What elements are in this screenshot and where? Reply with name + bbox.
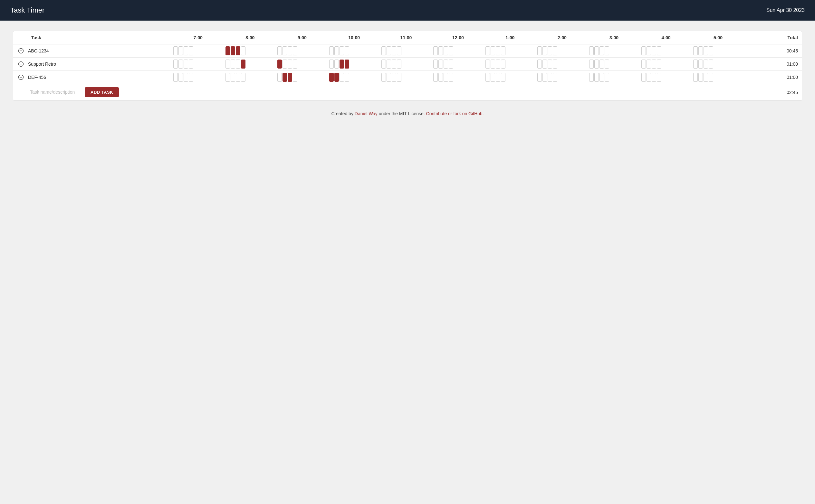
time-cell[interactable] [640, 44, 692, 58]
time-block[interactable] [173, 46, 178, 55]
time-block[interactable] [449, 46, 453, 55]
time-block[interactable] [293, 46, 297, 55]
time-block[interactable] [652, 73, 656, 82]
time-block[interactable] [548, 73, 552, 82]
time-block[interactable] [642, 46, 646, 55]
time-block[interactable] [231, 73, 235, 82]
time-block[interactable] [387, 73, 391, 82]
time-block[interactable] [709, 73, 713, 82]
time-cell[interactable] [484, 44, 536, 58]
time-block[interactable] [283, 73, 287, 82]
delete-task-button[interactable] [17, 73, 25, 81]
time-block[interactable] [501, 60, 505, 69]
author-link[interactable]: Daniel Way [355, 111, 378, 116]
time-block[interactable] [698, 60, 703, 69]
time-cell[interactable] [692, 44, 744, 58]
time-block[interactable] [189, 60, 193, 69]
time-block[interactable] [542, 60, 547, 69]
time-block[interactable] [542, 46, 547, 55]
time-cell[interactable] [328, 58, 380, 71]
time-block[interactable] [709, 60, 713, 69]
time-block[interactable] [485, 60, 490, 69]
time-block[interactable] [226, 46, 230, 55]
time-cell[interactable] [224, 58, 276, 71]
time-block[interactable] [553, 60, 557, 69]
time-block[interactable] [548, 60, 552, 69]
time-block[interactable] [397, 73, 401, 82]
time-block[interactable] [589, 46, 594, 55]
time-block[interactable] [381, 73, 386, 82]
time-block[interactable] [231, 60, 235, 69]
time-block[interactable] [329, 46, 334, 55]
time-block[interactable] [236, 60, 240, 69]
time-cell[interactable] [536, 58, 588, 71]
time-block[interactable] [183, 73, 188, 82]
time-block[interactable] [594, 73, 599, 82]
time-block[interactable] [345, 73, 349, 82]
time-cell[interactable] [276, 58, 328, 71]
time-block[interactable] [433, 60, 438, 69]
time-block[interactable] [345, 46, 349, 55]
time-cell[interactable] [432, 58, 484, 71]
time-block[interactable] [397, 60, 401, 69]
github-link[interactable]: Contribute or fork on GitHub. [426, 111, 484, 116]
time-block[interactable] [542, 73, 547, 82]
time-cell[interactable] [432, 71, 484, 84]
time-block[interactable] [444, 46, 448, 55]
time-block[interactable] [693, 46, 698, 55]
time-block[interactable] [288, 60, 292, 69]
time-block[interactable] [704, 73, 708, 82]
time-block[interactable] [589, 73, 594, 82]
time-block[interactable] [226, 73, 230, 82]
time-block[interactable] [189, 73, 193, 82]
time-block[interactable] [178, 60, 183, 69]
time-block[interactable] [657, 46, 661, 55]
time-cell[interactable] [692, 71, 744, 84]
time-block[interactable] [277, 46, 282, 55]
time-block[interactable] [693, 73, 698, 82]
time-block[interactable] [491, 46, 495, 55]
time-block[interactable] [444, 73, 448, 82]
time-cell[interactable] [172, 71, 224, 84]
time-cell[interactable] [692, 58, 744, 71]
time-block[interactable] [599, 60, 604, 69]
time-block[interactable] [449, 73, 453, 82]
time-block[interactable] [334, 73, 339, 82]
time-cell[interactable] [380, 71, 432, 84]
time-block[interactable] [392, 60, 396, 69]
time-block[interactable] [178, 73, 183, 82]
time-block[interactable] [709, 46, 713, 55]
time-block[interactable] [704, 46, 708, 55]
time-block[interactable] [231, 46, 235, 55]
time-block[interactable] [501, 46, 505, 55]
time-block[interactable] [485, 73, 490, 82]
time-cell[interactable] [432, 44, 484, 58]
time-block[interactable] [381, 46, 386, 55]
delete-task-button[interactable] [17, 60, 25, 68]
add-task-button[interactable]: ADD TASK [85, 87, 119, 97]
time-block[interactable] [293, 73, 297, 82]
time-block[interactable] [236, 46, 240, 55]
time-cell[interactable] [380, 58, 432, 71]
time-block[interactable] [553, 73, 557, 82]
time-block[interactable] [183, 60, 188, 69]
time-cell[interactable] [588, 71, 640, 84]
time-block[interactable] [496, 46, 500, 55]
time-block[interactable] [226, 60, 230, 69]
time-cell[interactable] [588, 44, 640, 58]
time-cell[interactable] [588, 58, 640, 71]
time-block[interactable] [496, 60, 500, 69]
time-block[interactable] [438, 60, 443, 69]
time-block[interactable] [491, 60, 495, 69]
time-block[interactable] [329, 73, 334, 82]
time-cell[interactable] [276, 71, 328, 84]
time-block[interactable] [173, 73, 178, 82]
time-block[interactable] [647, 73, 651, 82]
time-block[interactable] [698, 46, 703, 55]
time-block[interactable] [392, 73, 396, 82]
time-block[interactable] [183, 46, 188, 55]
time-block[interactable] [334, 46, 339, 55]
time-block[interactable] [647, 46, 651, 55]
time-block[interactable] [189, 46, 193, 55]
time-block[interactable] [652, 46, 656, 55]
